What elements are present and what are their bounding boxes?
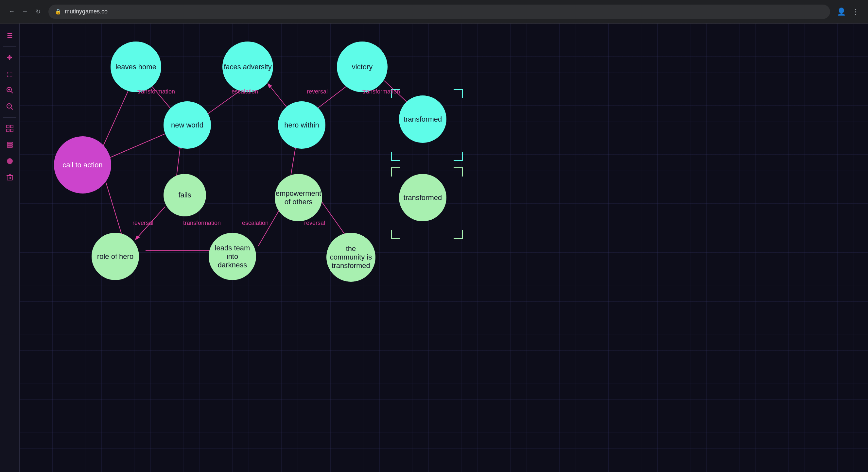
circle-icon[interactable] <box>3 154 17 168</box>
node-leaves-home[interactable]: leaves home <box>111 41 161 92</box>
svg-line-33 <box>258 207 281 246</box>
bracket-br-bottom <box>454 230 463 239</box>
svg-line-1 <box>11 91 13 93</box>
node-transformed-bottom[interactable]: transformed <box>399 174 446 221</box>
node-community-transformed[interactable]: the community is transformed <box>327 233 375 282</box>
svg-line-5 <box>11 107 13 109</box>
address-bar[interactable]: 🔒 mutinygames.co <box>49 5 830 19</box>
forward-button[interactable]: → <box>20 6 30 17</box>
node-fails[interactable]: fails <box>163 174 206 216</box>
node-call-to-action[interactable]: call to action <box>54 136 111 194</box>
layers-icon[interactable] <box>3 138 17 152</box>
svg-rect-10 <box>10 129 13 132</box>
node-hero-within[interactable]: hero within <box>278 101 326 149</box>
node-new-world[interactable]: new world <box>163 101 211 149</box>
svg-rect-15 <box>7 175 12 180</box>
svg-rect-12 <box>7 144 12 145</box>
more-button[interactable]: ⋮ <box>850 6 862 18</box>
bracket-tr-top <box>454 89 463 98</box>
node-leads-team[interactable]: leads team into darkness <box>209 233 256 280</box>
zoom-out-icon[interactable] <box>3 100 17 113</box>
bracket-bl-top <box>391 152 400 161</box>
svg-rect-7 <box>6 125 9 128</box>
svg-line-25 <box>268 84 288 108</box>
back-button[interactable]: ← <box>6 6 17 17</box>
sidebar-divider-1 <box>3 46 17 47</box>
node-transformed-top[interactable]: transformed <box>399 96 446 143</box>
svg-rect-11 <box>7 142 12 143</box>
node-role-of-hero[interactable]: role of hero <box>92 233 139 280</box>
svg-line-29 <box>136 207 165 239</box>
grid-icon[interactable] <box>3 122 17 135</box>
browser-chrome: ← → ↻ 🔒 mutinygames.co 👤 ⋮ <box>0 0 868 24</box>
node-victory[interactable]: victory <box>337 41 388 92</box>
node-empowerment[interactable]: empowerment of others <box>275 174 322 221</box>
bracket-br-top <box>454 152 463 161</box>
sidebar: ☰ ✥ ⬚ <box>0 24 20 472</box>
bracket-tr-bottom <box>454 167 463 176</box>
node-faces-adversity[interactable]: faces adversity <box>222 41 273 92</box>
zoom-in-icon[interactable] <box>3 83 17 97</box>
move-icon[interactable]: ✥ <box>3 50 17 64</box>
bracket-tl-top <box>391 89 400 98</box>
refresh-button[interactable]: ↻ <box>33 6 43 17</box>
svg-rect-9 <box>6 129 9 132</box>
url-text: mutinygames.co <box>65 8 107 15</box>
canvas[interactable]: transformation escalation reversal trans… <box>20 24 868 472</box>
secure-icon: 🔒 <box>55 8 61 15</box>
bracket-tl-bottom <box>391 167 400 176</box>
edge-label-escalation-bottom: escalation <box>242 220 269 227</box>
edge-label-reversal-bottom: reversal <box>132 220 153 227</box>
sidebar-divider-2 <box>3 117 17 118</box>
delete-icon[interactable] <box>3 171 17 184</box>
menu-icon[interactable]: ☰ <box>3 29 17 42</box>
bracket-bl-bottom <box>391 230 400 239</box>
edge-label-reversal-bottom2: reversal <box>304 220 325 227</box>
app: ☰ ✥ ⬚ <box>0 24 868 472</box>
edge-label-transformation-bottom: transformation <box>183 220 221 227</box>
svg-rect-8 <box>10 125 13 128</box>
svg-rect-13 <box>7 146 12 147</box>
select-icon[interactable]: ⬚ <box>3 67 17 81</box>
edge-label-reversal-top: reversal <box>307 88 328 95</box>
svg-point-14 <box>7 158 13 164</box>
profile-button[interactable]: 👤 <box>835 6 847 18</box>
